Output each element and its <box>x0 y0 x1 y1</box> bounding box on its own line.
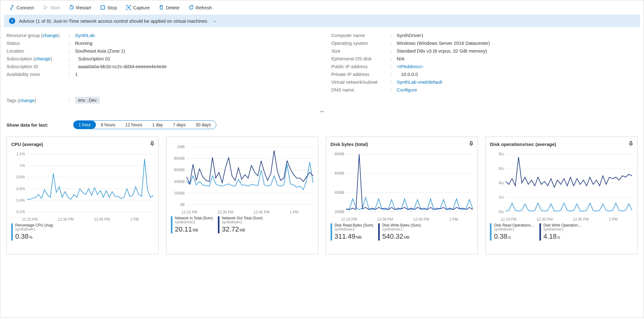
value-os: Windows (Windows Server 2016 Datacenter) <box>397 40 490 46</box>
pill-30-days[interactable]: 30 days <box>191 121 216 129</box>
legend-item: Network Out Total (Sum) synthdriver1 32.… <box>218 216 263 233</box>
svg-text:2/s: 2/s <box>499 195 504 199</box>
xaxis-ops: 12:15 PM12:30 PM12:45 PM1 PM <box>490 216 618 222</box>
change-tags[interactable]: change <box>19 98 35 103</box>
svg-text:800kB: 800kB <box>174 156 185 161</box>
time-range-pills: 1 hour 6 hours 12 hours 1 day 7 days 30 … <box>73 120 216 129</box>
label-dns: DNS name <box>331 87 391 92</box>
card-title-cpu: CPU (average) <box>11 142 43 147</box>
svg-text:20MB: 20MB <box>334 210 344 214</box>
stop-icon <box>100 5 106 10</box>
svg-text:80MB: 80MB <box>334 152 344 156</box>
capture-label: Capture <box>133 5 150 10</box>
arrow-right-icon: → <box>212 18 217 24</box>
svg-text:200kB: 200kB <box>174 191 185 195</box>
svg-text:0.4%: 0.4% <box>16 198 25 203</box>
value-public-ip[interactable]: <IPAddress> <box>397 64 424 69</box>
legend-cpu: Percentage CPU (Avg) synthdriver1 0.38% <box>11 223 155 241</box>
pill-12-hours[interactable]: 12 hours <box>120 121 147 129</box>
pill-7-days[interactable]: 7 days <box>168 121 190 129</box>
legend-item: Percentage CPU (Avg) synthdriver1 0.38% <box>11 223 53 241</box>
delete-button[interactable]: Delete <box>154 3 184 12</box>
command-bar: Connect Start Restart Stop Capture Delet… <box>0 0 644 15</box>
label-tags: Tags <box>7 98 16 103</box>
label-os: Operating system <box>331 40 391 46</box>
value-resource-group[interactable]: SynthLab <box>75 33 95 38</box>
label-subscription-id: Subscription ID <box>7 64 69 69</box>
chart-cards: CPU (average) 0.2%0.4%0.6%0.8%1%1.2% 12:… <box>7 137 637 254</box>
change-resource-group[interactable]: change <box>43 33 58 38</box>
legend-net: Network In Total (Sum) synthdriver1 20.1… <box>171 216 315 233</box>
legend-item: Network In Total (Sum) synthdriver1 20.1… <box>171 216 213 233</box>
pill-1-day[interactable]: 1 day <box>147 121 168 129</box>
chart-ops[interactable]: 0/s2/s4/s6/s8/s <box>490 151 634 216</box>
svg-text:0.2%: 0.2% <box>16 210 25 214</box>
restart-label: Restart <box>76 5 91 10</box>
card-title-disk: Disk bytes (total) <box>331 142 368 147</box>
svg-text:1MB: 1MB <box>177 145 185 149</box>
value-size: Standard D8s v3 (8 vcpus, 32 GiB memory) <box>397 48 487 54</box>
svg-text:0B: 0B <box>180 203 185 207</box>
card-disk-bytes: Disk bytes (total) 20MB40MB60MB80MB 12:1… <box>326 137 478 254</box>
label-subscription: Subscription <box>7 56 32 61</box>
metrics-section: Show data for last: 1 hour 6 hours 12 ho… <box>0 114 644 254</box>
change-subscription[interactable]: change <box>35 56 50 61</box>
label-computer-name: Computer name <box>331 33 391 38</box>
advisor-text: Advisor (1 of 9): Just-In-Time network a… <box>19 18 207 24</box>
card-disk-ops: Disk operations/sec (average) 0/s2/s4/s6… <box>485 137 637 254</box>
restart-button[interactable]: Restart <box>64 3 96 12</box>
stop-label: Stop <box>107 5 117 10</box>
info-icon: i <box>9 18 15 24</box>
pin-icon[interactable] <box>149 141 155 148</box>
connect-button[interactable]: Connect <box>5 3 38 12</box>
refresh-button[interactable]: Refresh <box>184 3 217 12</box>
value-dns[interactable]: Configure <box>397 87 417 92</box>
svg-text:40MB: 40MB <box>334 190 344 195</box>
pill-1-hour[interactable]: 1 hour <box>73 121 96 129</box>
collapse-toggle[interactable]: ︽ <box>0 108 644 114</box>
label-ephemeral: Ephemeral OS disk <box>331 56 391 61</box>
pin-icon[interactable] <box>468 141 474 148</box>
vm-overview-page: Connect Start Restart Stop Capture Delet… <box>0 0 644 318</box>
chart-disk[interactable]: 20MB40MB60MB80MB <box>331 151 475 216</box>
restart-icon <box>69 5 74 10</box>
start-button[interactable]: Start <box>38 3 64 12</box>
card-network: 0B200kB400kB600kB800kB1MB 12:15 PM12:30 … <box>166 137 318 254</box>
chart-cpu[interactable]: 0.2%0.4%0.6%0.8%1%1.2% <box>11 151 155 216</box>
xaxis-net: 12:15 PM12:30 PM12:45 PM1 PM <box>171 209 298 214</box>
svg-point-1 <box>128 7 129 8</box>
svg-text:6/s: 6/s <box>499 166 504 171</box>
label-availability-zone: Availability zone <box>7 72 69 77</box>
value-private-ip: 10.0.0.0 <box>397 72 418 77</box>
label-vnet: Virtual network/subnet <box>331 79 391 85</box>
svg-text:4/s: 4/s <box>499 181 504 185</box>
legend-item: Disk Write Operation… synthdriver1 4.18/… <box>539 223 581 241</box>
properties-left: Resource group (change):SynthLab Status:… <box>7 31 313 105</box>
advisor-banner[interactable]: i Advisor (1 of 9): Just-In-Time network… <box>4 15 640 27</box>
legend-item: Disk Read Operations… synthdriver1 0.38/… <box>490 223 534 241</box>
label-location: Location <box>7 48 69 54</box>
capture-button[interactable]: Capture <box>121 3 154 12</box>
delete-label: Delete <box>166 5 179 10</box>
svg-text:0.6%: 0.6% <box>16 187 25 191</box>
value-availability-zone: 1 <box>75 72 78 77</box>
xaxis-cpu: 12:15 PM12:30 PM12:45 PM1 PM <box>11 216 139 222</box>
chart-net[interactable]: 0B200kB400kB600kB800kB1MB <box>171 144 315 209</box>
stop-button[interactable]: Stop <box>96 3 121 12</box>
value-vnet[interactable]: SynthLab-vnet/default <box>397 79 442 85</box>
svg-text:1%: 1% <box>20 163 25 168</box>
capture-icon <box>126 5 131 10</box>
pin-icon[interactable] <box>628 141 634 148</box>
refresh-icon <box>188 5 194 10</box>
properties-right: Computer name:SynthDriver1 Operating sys… <box>331 31 638 105</box>
value-ephemeral: N/A <box>397 56 405 61</box>
start-label: Start <box>50 5 60 10</box>
pill-6-hours[interactable]: 6 hours <box>96 121 120 129</box>
refresh-label: Refresh <box>196 5 212 10</box>
svg-text:60MB: 60MB <box>334 171 344 175</box>
svg-text:1.2%: 1.2% <box>16 152 25 156</box>
tag-value[interactable]: env : Dev <box>75 97 100 104</box>
value-status: Running <box>75 40 92 46</box>
legend-item: Disk Read Bytes (Sum) synthdriver1 311.4… <box>331 223 374 241</box>
legend-ops: Disk Read Operations… synthdriver1 0.38/… <box>490 223 634 241</box>
